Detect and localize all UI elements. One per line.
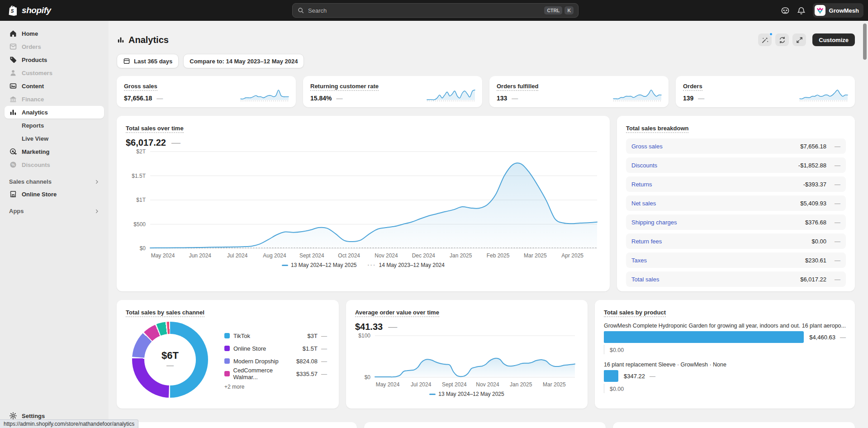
analytics-assistant-button[interactable] <box>758 33 772 46</box>
refresh-cycle-button[interactable] <box>775 33 789 46</box>
breakdown-title-link[interactable]: Total sales breakdown <box>626 125 688 133</box>
product-bar-group: 16 plant replacement Sleeve · GrowMesh ·… <box>604 361 846 393</box>
metric-title-link[interactable]: Gross sales <box>124 83 157 91</box>
customize-button[interactable]: Customize <box>812 33 855 46</box>
sidebar-item-reports[interactable]: Reports <box>5 119 104 132</box>
channel-legend-row: Online Store$1.5T— <box>224 342 327 355</box>
sidebar-item-finance[interactable]: Finance <box>5 93 104 105</box>
sparkline-chart <box>240 86 289 103</box>
metric-orders-fulfilled: Orders fulfilled 133— <box>489 76 669 107</box>
content-icon <box>9 82 17 90</box>
finance-bank-icon <box>9 95 17 103</box>
svg-text:Sept 2024: Sept 2024 <box>299 252 324 259</box>
sparkline-chart <box>799 86 849 103</box>
channel-legend-row: Modern Dropship$824.08— <box>224 355 327 367</box>
breakdown-row: Net sales$5,409.93— <box>626 195 846 211</box>
sidebar-item-analytics[interactable]: Analytics <box>5 106 104 119</box>
search-placeholder: Search <box>308 7 542 14</box>
sidebar-item-discounts[interactable]: % Discounts <box>5 158 104 171</box>
sidekick-icon[interactable] <box>781 6 790 15</box>
status-url-tooltip: https://admin.shopify.com/store/nathande… <box>0 419 138 428</box>
analytics-bars-icon <box>9 108 17 116</box>
breakdown-row: Gross sales$7,656.18— <box>626 138 846 154</box>
chevron-right-icon <box>94 179 100 185</box>
svg-text:Feb 2025: Feb 2025 <box>487 252 510 259</box>
legend-line-swatch <box>282 265 288 266</box>
sidebar-section-sales-channels[interactable]: Sales channels <box>9 178 100 185</box>
sidebar: Home Orders Products Customers Content F… <box>0 21 109 428</box>
svg-text:Jan 2025: Jan 2025 <box>450 252 472 259</box>
svg-text:Mar 2025: Mar 2025 <box>543 381 566 388</box>
store-menu[interactable]: GrowMesh <box>813 3 863 18</box>
compare-to-button[interactable]: Compare to: 14 May 2023–12 May 2024 <box>183 54 304 68</box>
chart-legend: 13 May 2024–12 May 2025 ···14 May 2023–1… <box>126 262 601 268</box>
svg-text:Jan 2025: Jan 2025 <box>510 381 532 388</box>
orders-icon <box>9 43 17 51</box>
page-title: Analytics <box>117 35 169 45</box>
notifications-bell-icon[interactable] <box>797 6 806 15</box>
product-bar-group: GrowMesh Complete Hydroponic Garden for … <box>604 323 846 354</box>
notification-dot <box>769 32 773 36</box>
date-range-button[interactable]: Last 365 days <box>117 54 179 68</box>
metric-title-link[interactable]: Orders fulfilled <box>497 83 538 91</box>
search-input[interactable]: Search CTRL K <box>292 3 579 18</box>
shopify-admin: S shopify Search CTRL K GrowMesh <box>0 0 868 428</box>
legend-swatch <box>224 346 230 351</box>
sidebar-item-content[interactable]: Content <box>5 80 104 92</box>
svg-text:Nov 2024: Nov 2024 <box>375 252 398 259</box>
legend-swatch <box>224 333 230 338</box>
shopify-logo[interactable]: S shopify <box>8 5 51 16</box>
chart-title-link[interactable]: Average order value over time <box>355 309 439 317</box>
more-channels-link[interactable]: +2 more <box>224 384 327 390</box>
discounts-badge-icon: % <box>9 161 17 169</box>
channel-legend-row: CedCommerce Walmar...$335.57— <box>224 367 327 380</box>
sidebar-item-online-store[interactable]: Online Store <box>5 188 104 200</box>
svg-text:$0: $0 <box>365 374 371 380</box>
sidebar-item-marketing[interactable]: Marketing <box>5 145 104 158</box>
sidebar-item-orders[interactable]: Orders <box>5 40 104 53</box>
svg-text:Sept 2024: Sept 2024 <box>442 381 467 388</box>
sidebar-item-live-view[interactable]: Live View <box>5 132 104 145</box>
legend-swatch <box>224 371 230 376</box>
metric-gross-sales: Gross sales $7,656.18— <box>117 76 296 107</box>
total-sales-line-chart: $2T$1.5T$1T$500$0May 2024Jun 2024Jul 202… <box>126 148 601 260</box>
sidebar-item-home[interactable]: Home <box>5 27 104 40</box>
svg-text:Oct 2024: Oct 2024 <box>338 252 360 259</box>
metric-title-link[interactable]: Returning customer rate <box>310 83 379 91</box>
calendar-icon <box>123 57 130 65</box>
online-store-icon <box>9 190 17 198</box>
kbd-ctrl: CTRL <box>544 6 562 14</box>
product-bar[interactable] <box>604 370 618 382</box>
svg-text:Aug 2024: Aug 2024 <box>263 252 286 259</box>
products-tag-icon <box>9 56 17 64</box>
chart-title-link[interactable]: Total sales by product <box>604 309 666 317</box>
sidebar-item-customers[interactable]: Customers <box>5 67 104 79</box>
average-order-value-card: Average order value over time $41.33— $1… <box>346 300 588 409</box>
svg-text:Nov 2024: Nov 2024 <box>476 381 499 388</box>
sidebar-section-apps[interactable]: Apps <box>9 208 100 214</box>
svg-text:$1.5T: $1.5T <box>132 173 146 179</box>
metric-cards: Gross sales $7,656.18— Returning custome… <box>117 76 855 107</box>
product-bar[interactable] <box>604 331 804 343</box>
expand-fullscreen-button[interactable] <box>792 33 806 46</box>
sessions-over-time-card: Sessions over time <box>117 422 357 428</box>
breakdown-row: Discounts-$1,852.88— <box>626 157 846 173</box>
svg-text:May 2024: May 2024 <box>376 381 400 388</box>
store-avatar <box>815 5 825 16</box>
chart-title-link[interactable]: Total sales by sales channel <box>126 309 204 317</box>
svg-text:$0: $0 <box>140 245 146 252</box>
breakdown-row: Taxes$230.61— <box>626 252 846 268</box>
sidebar-item-products[interactable]: Products <box>5 53 104 66</box>
scrollbar-thumb[interactable] <box>863 24 867 60</box>
svg-text:Dec 2024: Dec 2024 <box>412 252 436 259</box>
legend-line-swatch <box>429 394 436 395</box>
shopify-wordmark: shopify <box>22 5 51 15</box>
metric-title-link[interactable]: Orders <box>683 83 702 91</box>
svg-text:Jul 2024: Jul 2024 <box>411 381 432 388</box>
conversion-rate-breakdown-card: Conversion rate breakdown <box>613 422 855 428</box>
breakdown-row: Return fees$0.00— <box>626 233 846 249</box>
breakdown-row: Shipping charges$376.68— <box>626 214 846 230</box>
settings-gear-icon <box>9 412 17 420</box>
analytics-page: Analytics Customize Last 365 days <box>109 21 868 428</box>
chart-title-link[interactable]: Total sales over time <box>126 125 184 133</box>
